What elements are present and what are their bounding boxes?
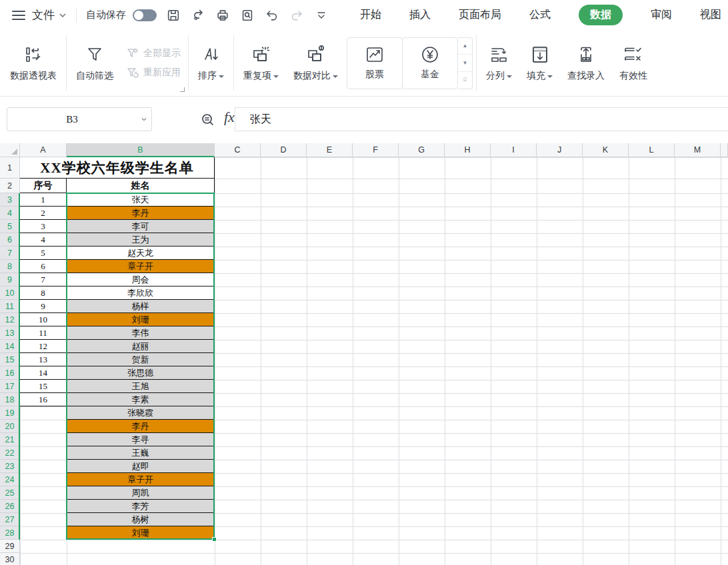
cell-B15[interactable]: 贺新 [67,353,215,366]
dialog-launcher[interactable] [180,87,185,92]
cell-A14[interactable]: 12 [20,340,67,353]
cell-A10[interactable]: 8 [20,286,67,300]
tab-home[interactable]: 开始 [360,8,381,22]
cell-A8[interactable]: 6 [20,260,67,273]
cell-A18[interactable]: 16 [20,393,67,406]
print-icon[interactable] [215,7,231,23]
row-header-6[interactable]: 6 [0,233,20,247]
cell-B24[interactable]: 章子开 [67,473,215,486]
column-header-D[interactable]: D [261,143,307,157]
tab-page-layout[interactable]: 页面布局 [459,8,501,22]
row-header-21[interactable]: 21 [0,433,20,446]
cell-A17[interactable]: 15 [20,380,67,393]
row-header-26[interactable]: 26 [0,500,20,513]
cell-B26[interactable]: 李芳 [67,500,215,513]
gallery-more-arrow[interactable]: ⍗ [458,71,472,89]
row-header-13[interactable]: 13 [0,326,20,340]
lookup-entry-button[interactable]: 查找录入 [560,30,612,96]
column-header-M[interactable]: M [675,143,721,157]
cell-A7[interactable]: 5 [20,247,67,260]
file-menu-button[interactable]: 文件 [32,7,67,23]
cell-A4[interactable]: 2 [20,207,67,220]
cell-B23[interactable]: 赵即 [67,460,215,473]
row-header-4[interactable]: 4 [0,207,20,220]
tab-view[interactable]: 视图 [700,8,721,22]
duplicates-button[interactable]: 重复项 [236,30,286,96]
cell-B14[interactable]: 赵丽 [67,340,215,353]
cell-B5[interactable]: 李可 [67,220,215,233]
column-header-L[interactable]: L [629,143,675,157]
column-header-N[interactable] [721,143,728,157]
cell-B2[interactable]: 姓名 [67,179,215,193]
column-header-F[interactable]: F [353,143,399,157]
cell-A13[interactable]: 11 [20,326,67,340]
cell-B9[interactable]: 周会 [67,273,215,286]
row-header-3[interactable]: 3 [0,193,20,207]
gallery-up-arrow[interactable]: ▲ [458,38,472,55]
cell-B18[interactable]: 李素 [67,393,215,406]
customize-toolbar-icon[interactable] [313,7,329,23]
row-header-24[interactable]: 24 [0,473,20,486]
cell-B20[interactable]: 李丹 [67,420,215,433]
cell-B12[interactable]: 刘珊 [67,313,215,326]
row-header-1[interactable]: 1 [0,157,20,179]
cell-A15[interactable]: 13 [20,353,67,366]
text-to-columns-button[interactable]: 分列 [479,30,519,96]
cell-A5[interactable]: 3 [20,220,67,233]
select-all-corner[interactable] [0,143,20,157]
cell-A16[interactable]: 14 [20,366,67,380]
cell-B19[interactable]: 张晓霞 [67,406,215,420]
row-header-27[interactable]: 27 [0,513,20,526]
column-header-E[interactable]: E [307,143,353,157]
cell-B8[interactable]: 章子开 [67,260,215,273]
reapply-button[interactable]: 重新应用 [126,66,181,79]
row-header-5[interactable]: 5 [0,220,20,233]
undo-icon[interactable] [264,7,280,23]
export-icon[interactable] [190,7,206,23]
formula-input[interactable]: 张天 [235,107,728,131]
row-header-9[interactable]: 9 [0,273,20,286]
cell-A3[interactable]: 1 [20,193,67,207]
validation-button[interactable]: 有效性 [612,30,655,96]
pivot-table-button[interactable]: 数据透视表 [3,30,64,96]
column-header-I[interactable]: I [491,143,537,157]
selection-fill-handle[interactable] [212,537,217,542]
cell-title[interactable]: XX学校六年级学生名单 [20,157,215,179]
cell-A9[interactable]: 7 [20,273,67,286]
row-header-10[interactable]: 10 [0,286,20,300]
column-header-J[interactable]: J [537,143,583,157]
row-header-18[interactable]: 18 [0,393,20,406]
row-header-17[interactable]: 17 [0,380,20,393]
row-header-2[interactable]: 2 [0,179,20,193]
column-header-A[interactable]: A [20,143,67,157]
cell-B28[interactable]: 刘珊 [67,526,215,540]
cell-A6[interactable]: 4 [20,233,67,247]
save-icon[interactable] [165,7,181,23]
row-header-11[interactable]: 11 [0,300,20,313]
row-header-20[interactable]: 20 [0,420,20,433]
cell-B3[interactable]: 张天 [67,193,215,207]
print-preview-icon[interactable] [239,7,255,23]
cell-B6[interactable]: 王为 [67,233,215,247]
column-header-G[interactable]: G [399,143,445,157]
row-header-8[interactable]: 8 [0,260,20,273]
cell-B13[interactable]: 李伟 [67,326,215,340]
row-header-12[interactable]: 12 [0,313,20,326]
cell-B16[interactable]: 张思德 [67,366,215,380]
name-box-dropdown[interactable] [137,116,151,123]
row-header-16[interactable]: 16 [0,366,20,380]
tab-insert[interactable]: 插入 [409,8,431,22]
fill-button[interactable]: 填充 [519,30,560,96]
fund-button[interactable]: 基金 [402,37,458,89]
data-compare-button[interactable]: 数据对比 [286,30,345,96]
search-commands-icon[interactable] [200,112,216,131]
tab-review[interactable]: 审阅 [651,8,672,22]
cell-B25[interactable]: 周凯 [67,486,215,500]
spreadsheet-grid[interactable]: ABCDEFGHIJKLM123456789101112131415161718… [0,143,728,565]
hamburger-menu-icon[interactable] [12,8,25,23]
cell-B21[interactable]: 李寻 [67,433,215,446]
name-box[interactable]: B3 [7,107,152,131]
row-header-15[interactable]: 15 [0,353,20,366]
column-header-B[interactable]: B [67,143,215,157]
cell-B22[interactable]: 王巍 [67,446,215,460]
